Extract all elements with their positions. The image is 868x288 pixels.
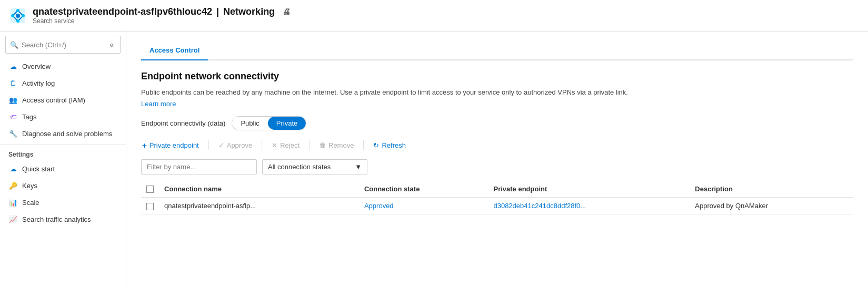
sidebar-item-keys[interactable]: 🔑 Keys	[0, 177, 126, 194]
activity-log-icon: 🗒	[8, 78, 18, 88]
scale-icon: 📊	[8, 198, 18, 207]
page-name: Networking	[223, 6, 275, 17]
main-content: Access Control Endpoint network connecti…	[126, 32, 868, 288]
connections-table: Connection name Connection state Private…	[141, 181, 853, 215]
service-subtitle: Search service	[33, 17, 291, 25]
row-connection-name: qnatestprivateendpoint-asflp...	[159, 198, 359, 215]
sidebar-item-overview-label: Overview	[22, 63, 51, 70]
sidebar-item-access-control[interactable]: 👥 Access control (IAM)	[0, 91, 126, 108]
table-header: Connection name Connection state Private…	[141, 181, 853, 198]
approve-label: Approve	[227, 141, 252, 149]
table-header-connection-name: Connection name	[159, 181, 359, 198]
search-icon: 🔍	[10, 41, 18, 49]
connectivity-row: Endpoint connectivity (data) Public Priv…	[141, 116, 853, 130]
toolbar-separator-2	[262, 140, 262, 150]
reject-button[interactable]: ✕ Reject	[271, 139, 301, 151]
chevron-down-icon: ▼	[355, 163, 362, 171]
title-separator: |	[216, 6, 219, 17]
sidebar-item-search-traffic[interactable]: 📈 Search traffic analytics	[0, 211, 126, 228]
refresh-button[interactable]: ↻ Refresh	[372, 139, 407, 151]
reject-label: Reject	[280, 141, 300, 149]
sidebar-item-search-traffic-label: Search traffic analytics	[22, 215, 91, 223]
svg-point-3	[11, 14, 14, 17]
top-bar: qnatestprivateendpoint-asflpv6thlouc42 |…	[0, 0, 868, 32]
page-header-title: qnatestprivateendpoint-asflpv6thlouc42 |…	[33, 6, 291, 17]
learn-more-link[interactable]: Learn more	[141, 100, 176, 108]
row-private-endpoint: d3082deb41c241dc8ddf28f0...	[488, 198, 690, 215]
quick-start-icon: ☁	[8, 164, 18, 173]
tab-bar: Access Control	[141, 42, 853, 60]
sidebar-item-quick-start-label: Quick start	[22, 165, 55, 173]
refresh-icon: ↻	[373, 141, 379, 149]
add-private-endpoint-label: Private endpoint	[149, 141, 199, 149]
select-all-checkbox[interactable]	[146, 186, 154, 193]
service-resource-name: qnatestprivateendpoint-asflpv6thlouc42	[33, 6, 212, 17]
remove-button[interactable]: 🗑 Remove	[318, 139, 355, 151]
sidebar-item-overview[interactable]: ☁ Overview	[0, 58, 126, 75]
table-header-row: Connection name Connection state Private…	[141, 181, 853, 198]
approve-icon: ✓	[218, 141, 224, 149]
connectivity-toggle-group: Public Private	[232, 116, 306, 130]
sidebar-item-keys-label: Keys	[22, 182, 37, 190]
connection-state-link[interactable]: Approved	[364, 202, 394, 210]
add-private-endpoint-button[interactable]: + Private endpoint	[141, 139, 200, 152]
svg-point-6	[16, 19, 19, 23]
table-header-checkbox	[141, 181, 159, 198]
plus-icon: +	[142, 141, 147, 150]
section-title: Endpoint network connectivity	[141, 71, 853, 82]
settings-section-label: Settings	[0, 144, 126, 160]
sidebar: 🔍 « ☁ Overview 🗒 Activity log 👥 Access c…	[0, 32, 126, 288]
reject-icon: ✕	[272, 141, 277, 149]
sidebar-search-box[interactable]: 🔍 «	[5, 36, 121, 54]
sidebar-item-activity-log-label: Activity log	[22, 79, 55, 87]
remove-icon: 🗑	[319, 141, 326, 149]
table-header-description: Description	[690, 181, 853, 198]
row-checkbox-cell	[141, 198, 159, 215]
sidebar-item-access-control-label: Access control (IAM)	[22, 96, 85, 104]
table-row: qnatestprivateendpoint-asflp... Approved…	[141, 198, 853, 215]
toolbar-separator-1	[208, 140, 209, 150]
sidebar-item-activity-log[interactable]: 🗒 Activity log	[0, 75, 126, 91]
table-header-connection-state: Connection state	[359, 181, 488, 198]
print-icon[interactable]: 🖨	[282, 7, 291, 17]
sidebar-item-tags[interactable]: 🏷 Tags	[0, 108, 126, 125]
toolbar-separator-4	[363, 140, 364, 150]
sidebar-item-diagnose[interactable]: 🔧 Diagnose and solve problems	[0, 125, 126, 142]
connection-state-dropdown[interactable]: All connection states ▼	[262, 159, 367, 174]
keys-icon: 🔑	[8, 181, 18, 190]
sidebar-item-scale-label: Scale	[22, 199, 39, 207]
connectivity-public-btn[interactable]: Public	[232, 117, 267, 130]
search-traffic-icon: 📈	[8, 214, 18, 224]
diagnose-icon: 🔧	[8, 129, 18, 138]
sidebar-item-quick-start[interactable]: ☁ Quick start	[0, 160, 126, 177]
row-checkbox[interactable]	[146, 203, 154, 210]
row-connection-state: Approved	[359, 198, 488, 215]
remove-label: Remove	[328, 141, 354, 149]
refresh-label: Refresh	[382, 141, 406, 149]
access-control-icon: 👥	[8, 95, 18, 105]
connectivity-private-btn[interactable]: Private	[268, 117, 306, 130]
table-body: qnatestprivateendpoint-asflp... Approved…	[141, 198, 853, 215]
sidebar-item-diagnose-label: Diagnose and solve problems	[22, 130, 112, 138]
connection-state-label: All connection states	[268, 163, 331, 171]
connectivity-label: Endpoint connectivity (data)	[141, 119, 225, 127]
toolbar: + Private endpoint ✓ Approve ✕ Reject 🗑 …	[141, 139, 853, 152]
service-icon	[8, 6, 27, 25]
overview-icon: ☁	[8, 61, 18, 71]
filter-by-name-input[interactable]	[141, 159, 257, 174]
tags-icon: 🏷	[8, 112, 18, 121]
title-group: qnatestprivateendpoint-asflpv6thlouc42 |…	[33, 6, 291, 25]
tab-access-control[interactable]: Access Control	[141, 42, 208, 60]
collapse-sidebar-button[interactable]: «	[107, 38, 116, 51]
search-input[interactable]	[22, 41, 104, 49]
filter-row: All connection states ▼	[141, 159, 853, 174]
table-header-private-endpoint: Private endpoint	[488, 181, 690, 198]
row-description: Approved by QnAMaker	[690, 198, 853, 215]
approve-button[interactable]: ✓ Approve	[217, 139, 253, 151]
private-endpoint-link[interactable]: d3082deb41c241dc8ddf28f0...	[493, 202, 586, 210]
toolbar-separator-3	[309, 140, 310, 150]
svg-point-5	[16, 9, 19, 12]
description-text: Public endpoints can be reached by any m…	[141, 87, 853, 98]
svg-point-2	[16, 14, 20, 18]
sidebar-item-scale[interactable]: 📊 Scale	[0, 194, 126, 211]
